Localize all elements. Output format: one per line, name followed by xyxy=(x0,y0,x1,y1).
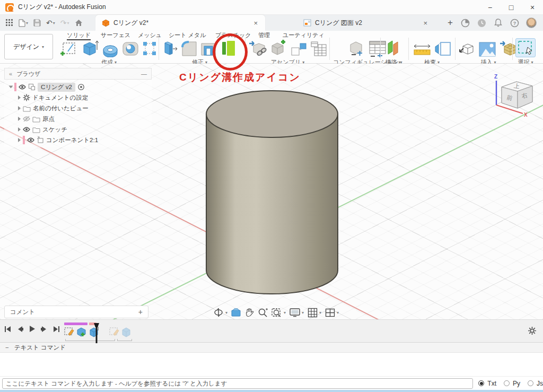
grid-settings-button[interactable]: ▾ xyxy=(308,308,321,318)
new-component-button[interactable] xyxy=(270,39,288,57)
chevron-collapsed-icon[interactable] xyxy=(18,106,21,110)
bom-table-button[interactable] xyxy=(310,40,327,57)
construct-plane-button[interactable] xyxy=(384,39,402,57)
notifications-bell-icon[interactable] xyxy=(493,18,503,28)
timeline-sketch-feature-suppressed[interactable] xyxy=(109,326,119,339)
timeline-playhead[interactable] xyxy=(93,323,99,345)
selection-color-bar xyxy=(14,83,16,91)
tree-row-origin[interactable]: 原点 xyxy=(4,114,152,124)
view-cube[interactable]: Z X 上 前 右 xyxy=(489,71,540,128)
save-button[interactable] xyxy=(32,16,42,29)
minimize-button[interactable]: − xyxy=(479,0,501,14)
display-settings-button[interactable]: ▾ xyxy=(290,308,304,317)
visibility-off-eye-icon[interactable] xyxy=(23,115,30,123)
radio-py-label[interactable]: Py xyxy=(513,380,520,387)
select-button[interactable] xyxy=(515,38,536,57)
tree-row-component[interactable]: コンポーネント2:1 xyxy=(4,135,152,145)
shell-button[interactable] xyxy=(200,40,216,57)
tree-row-named-views[interactable]: 名前の付いたビュー xyxy=(4,103,152,114)
radio-txt-label[interactable]: Txt xyxy=(487,380,496,387)
radio-txt[interactable] xyxy=(478,380,484,386)
tree-root-label[interactable]: Cリング v2 xyxy=(38,83,75,92)
tab-sheetmetal[interactable]: シート メタル xyxy=(169,31,206,39)
insert-linked-component-button[interactable] xyxy=(248,39,267,57)
press-pull-button[interactable] xyxy=(162,39,178,57)
fit-button[interactable]: ▾ xyxy=(272,308,286,318)
panel-minimize-icon[interactable]: − xyxy=(5,344,9,351)
minimize-panel-icon[interactable]: — xyxy=(141,71,147,77)
look-at-button[interactable] xyxy=(231,308,241,317)
workspace-selector[interactable]: デザイン ▾ xyxy=(4,34,53,59)
offset-face-button[interactable] xyxy=(219,39,237,57)
file-menu-button[interactable]: ▾ xyxy=(17,16,30,29)
tree-row-root[interactable]: Cリング v2 xyxy=(4,82,152,92)
timeline-settings-gear-icon[interactable] xyxy=(528,326,537,337)
configure-cube-button[interactable] xyxy=(348,39,365,57)
comments-panel[interactable]: コメント + xyxy=(4,306,148,318)
tree-row-settings[interactable]: ドキュメントの設定 xyxy=(4,92,152,103)
timeline-step-forward-button[interactable] xyxy=(41,326,48,334)
visibility-eye-icon[interactable] xyxy=(19,83,26,91)
chevron-expanded-icon[interactable] xyxy=(9,86,13,89)
zoom-button[interactable] xyxy=(258,308,268,318)
tab-close-icon[interactable]: × xyxy=(422,19,428,27)
document-tab-drawing[interactable]: Cリング 図面 v2 × xyxy=(297,15,435,31)
close-button[interactable]: × xyxy=(522,0,543,14)
chevron-collapsed-icon[interactable] xyxy=(18,127,21,132)
new-tab-button[interactable]: + xyxy=(444,18,456,28)
timeline-play-button[interactable] xyxy=(29,325,36,334)
timeline-go-end-button[interactable] xyxy=(53,326,60,334)
radio-js[interactable] xyxy=(528,380,533,386)
history-clock-icon[interactable] xyxy=(477,18,486,28)
timeline-step-back-button[interactable] xyxy=(16,326,23,334)
redo-button[interactable]: ↷ ▾ xyxy=(59,16,71,29)
tab-plastic[interactable]: プラスチック xyxy=(215,31,251,39)
maximize-button[interactable]: □ xyxy=(501,0,522,14)
job-status-icon[interactable] xyxy=(460,18,470,28)
viewports-button[interactable]: ▾ xyxy=(325,308,339,317)
chevron-collapsed-icon[interactable] xyxy=(18,138,21,142)
joint-button[interactable] xyxy=(291,41,308,57)
timeline-new-component-feature[interactable] xyxy=(76,326,87,339)
app-grid-icon[interactable] xyxy=(4,16,15,29)
visibility-eye-icon[interactable] xyxy=(27,136,34,144)
primitive-button[interactable] xyxy=(122,40,139,57)
extrude-button[interactable] xyxy=(81,39,99,57)
create-sketch-button[interactable] xyxy=(60,40,78,57)
visibility-eye-icon[interactable] xyxy=(23,126,30,133)
3d-viewport[interactable]: Z X 上 前 右 « ブラウザ — Cリング v2 xyxy=(0,64,543,319)
text-command-input[interactable] xyxy=(2,378,473,389)
tab-utility[interactable]: ユーティリティ xyxy=(283,31,325,39)
document-tab-active[interactable]: Cリング v2* × xyxy=(95,15,265,31)
insert-canvas-button[interactable] xyxy=(478,41,496,57)
activate-component-icon[interactable] xyxy=(77,83,85,91)
home-button[interactable] xyxy=(73,16,84,29)
tab-solid[interactable]: ソリッド xyxy=(67,31,91,39)
tab-manage[interactable]: 管理 xyxy=(258,31,270,39)
fillet-button[interactable] xyxy=(181,40,198,57)
chevron-collapsed-icon[interactable] xyxy=(18,95,21,100)
radio-py[interactable] xyxy=(504,380,510,386)
measure-button[interactable] xyxy=(413,41,432,57)
insert-derive-button[interactable] xyxy=(459,40,476,57)
revolve-button[interactable] xyxy=(101,41,119,57)
pattern-button[interactable] xyxy=(142,40,157,57)
collapse-panel-icon[interactable]: « xyxy=(9,71,12,77)
pan-button[interactable] xyxy=(244,308,254,317)
add-comment-button[interactable]: + xyxy=(138,308,143,316)
help-icon[interactable]: ? xyxy=(510,18,519,28)
toolbar-divider xyxy=(512,38,513,60)
timeline-extrude-feature-suppressed[interactable] xyxy=(121,326,132,339)
section-analysis-button[interactable] xyxy=(434,40,451,57)
user-avatar[interactable] xyxy=(526,18,537,28)
tab-surface[interactable]: サーフェス xyxy=(101,31,130,39)
undo-button[interactable]: ↶ ▾ xyxy=(45,16,57,29)
timeline-go-start-button[interactable] xyxy=(4,326,11,334)
timeline-sketch-feature[interactable] xyxy=(64,326,74,339)
radio-js-label[interactable]: Js xyxy=(537,380,543,387)
cylinder-body[interactable] xyxy=(204,88,340,300)
tab-close-icon[interactable]: × xyxy=(252,19,259,27)
orbit-button[interactable]: ▾ xyxy=(213,307,227,318)
tree-row-sketches[interactable]: スケッチ xyxy=(4,124,152,135)
chevron-collapsed-icon[interactable] xyxy=(18,117,21,121)
